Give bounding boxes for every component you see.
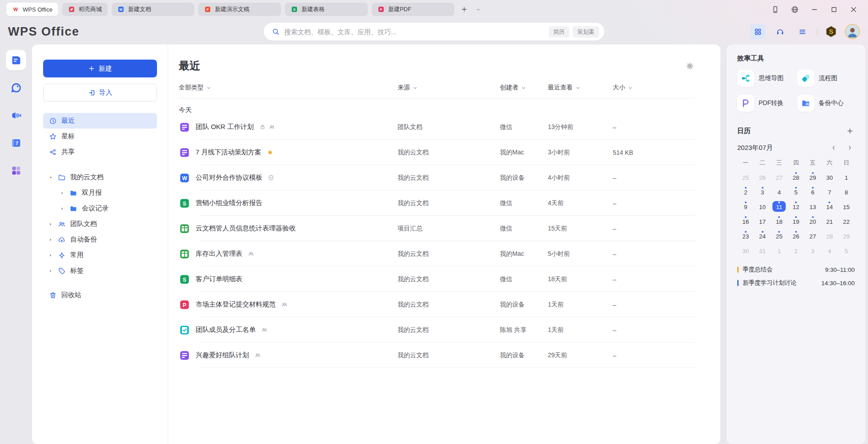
tool-mindmap[interactable]: 思维导图 (737, 70, 795, 87)
tab-new-writer[interactable]: W新建文档 (112, 3, 194, 16)
tool-backup-center[interactable]: 备份中心 (797, 95, 855, 112)
date-cell[interactable]: 25 (771, 228, 788, 243)
date-cell[interactable]: 30 (737, 243, 754, 258)
date-cell[interactable]: 4 (821, 243, 838, 258)
list-settings-button[interactable] (684, 60, 695, 72)
date-cell[interactable]: 22 (838, 214, 855, 228)
calendar-next-button[interactable] (845, 143, 855, 153)
rail-item-chat[interactable] (6, 77, 26, 98)
support-button[interactable] (772, 24, 788, 39)
tool-flowchart[interactable]: 流程图 (797, 70, 855, 87)
date-cell[interactable]: 13 (804, 199, 821, 214)
new-document-button[interactable]: 新建 (43, 60, 157, 77)
event-item[interactable]: 季度总结会9:30–11:00 (737, 263, 855, 276)
user-avatar[interactable] (845, 24, 860, 39)
tab-new-presentation[interactable]: P新建演示文稿 (198, 3, 281, 16)
search-tag[interactable]: 策划案 (573, 26, 599, 37)
date-cell[interactable]: 24 (754, 228, 771, 243)
file-row[interactable]: 团队 OKR 工作计划团队文档微信13分钟前– (179, 114, 695, 140)
file-row[interactable]: 云文档管人员信息统计表理器验收项目汇总微信15天前– (179, 216, 695, 241)
date-cell[interactable]: 25 (737, 170, 754, 184)
date-cell[interactable]: 2 (737, 184, 754, 199)
date-cell[interactable]: 19 (788, 214, 804, 228)
date-cell[interactable]: 29 (804, 170, 821, 184)
tool-pdf-convert[interactable]: PDF转换 (737, 95, 795, 112)
sidebar-item-frequent[interactable]: 常用 (43, 247, 157, 263)
menu-button[interactable] (795, 24, 810, 39)
date-cell[interactable]: 5 (838, 243, 855, 258)
tab-home[interactable]: WWPS Office (6, 3, 58, 16)
date-cell[interactable]: 14 (821, 199, 838, 214)
device-button[interactable] (768, 3, 782, 16)
sidebar-item-starred[interactable]: 星标 (43, 129, 157, 144)
search-tag[interactable]: 简历 (549, 26, 569, 37)
file-row[interactable]: W公司对外合作协议模板我的云文档我的设备4小时前– (179, 165, 695, 190)
date-cell[interactable]: 27 (804, 228, 821, 243)
date-cell[interactable]: 26 (788, 228, 804, 243)
filter-viewed[interactable]: 最近查看 (548, 84, 613, 92)
rail-item-meeting[interactable] (6, 105, 26, 125)
sidebar-item-bimonthly-report[interactable]: 双月报 (43, 185, 157, 201)
date-cell[interactable]: 26 (754, 170, 771, 184)
filter-creator[interactable]: 创建者 (500, 84, 548, 92)
date-cell[interactable]: 7 (821, 184, 838, 199)
date-cell[interactable]: 1 (771, 243, 788, 258)
date-cell[interactable]: 16 (737, 214, 754, 228)
search-input[interactable] (284, 28, 545, 36)
date-cell[interactable]: 5 (788, 184, 804, 199)
calendar-prev-button[interactable] (829, 143, 839, 153)
apps-grid-button[interactable] (750, 24, 765, 39)
import-button[interactable]: 导入 (43, 84, 157, 101)
tab-new-pdf[interactable]: P新建PDF (372, 3, 454, 16)
date-cell[interactable]: 3 (804, 243, 821, 258)
event-item[interactable]: 新季度学习计划讨论14:30–16:00 (737, 276, 855, 290)
close-button[interactable] (847, 3, 860, 16)
date-cell[interactable]: 4 (771, 184, 788, 199)
sidebar-item-shared[interactable]: 共享 (43, 144, 157, 160)
date-cell[interactable]: 2 (788, 243, 804, 258)
tab-list-caret-button[interactable] (474, 5, 483, 14)
maximize-button[interactable] (827, 3, 840, 16)
file-row[interactable]: 7 月线下活动策划方案我的云文档我的Mac3小时前514 KB (179, 140, 695, 165)
search-box[interactable]: 简历策划案 (264, 23, 604, 40)
tab-docer[interactable]: 稻壳商城 (62, 3, 108, 16)
date-cell[interactable]: 23 (737, 228, 754, 243)
rail-item-calendar[interactable]: 7 (6, 133, 26, 153)
date-cell[interactable]: 11 (771, 199, 788, 214)
date-cell[interactable]: 15 (838, 199, 855, 214)
date-cell[interactable]: 18 (771, 214, 788, 228)
date-cell[interactable]: 28 (788, 170, 804, 184)
date-cell[interactable]: 20 (804, 214, 821, 228)
new-tab-button[interactable] (458, 4, 470, 15)
minimize-button[interactable] (808, 3, 821, 16)
rail-item-documents[interactable] (6, 50, 26, 70)
globe-button[interactable] (788, 3, 801, 16)
sidebar-item-tags[interactable]: 标签 (43, 263, 157, 279)
date-cell[interactable]: 30 (821, 170, 838, 184)
sidebar-item-meeting-notes[interactable]: 会议记录 (43, 201, 157, 216)
filter-size[interactable]: 大小 (613, 84, 695, 92)
file-row[interactable]: 库存出入管理表我的云文档我的Mac5小时前– (179, 241, 695, 266)
file-row[interactable]: S客户订单明细表我的云文档微信18天前– (179, 266, 695, 292)
date-cell[interactable]: 8 (838, 184, 855, 199)
sidebar-item-auto-backup[interactable]: 自动备份 (43, 232, 157, 247)
tab-new-sheet[interactable]: S新建表格 (285, 3, 368, 16)
sidebar-item-my-cloud-docs[interactable]: 我的云文档 (43, 170, 157, 185)
date-cell[interactable]: 6 (804, 184, 821, 199)
date-cell[interactable]: 29 (838, 228, 855, 243)
file-row[interactable]: 兴趣爱好组队计划我的云文档我的设备29天前– (179, 343, 695, 368)
sidebar-item-recycle-bin[interactable]: 回收站 (43, 287, 157, 303)
membership-badge-icon[interactable]: S (824, 25, 838, 38)
date-cell[interactable]: 1 (838, 170, 855, 184)
date-cell[interactable]: 28 (821, 228, 838, 243)
filter-source[interactable]: 来源 (398, 84, 500, 92)
date-cell[interactable]: 27 (771, 170, 788, 184)
sidebar-item-team-docs[interactable]: 团队文档 (43, 216, 157, 232)
date-cell[interactable]: 12 (788, 199, 804, 214)
rail-item-apps[interactable] (6, 160, 26, 181)
date-cell[interactable]: 9 (737, 199, 754, 214)
date-cell[interactable]: 10 (754, 199, 771, 214)
sidebar-item-recent[interactable]: 最近 (43, 113, 157, 129)
file-row[interactable]: 团队成员及分工名单我的云文档陈旭 共享1天前– (179, 317, 695, 343)
date-cell[interactable]: 21 (821, 214, 838, 228)
